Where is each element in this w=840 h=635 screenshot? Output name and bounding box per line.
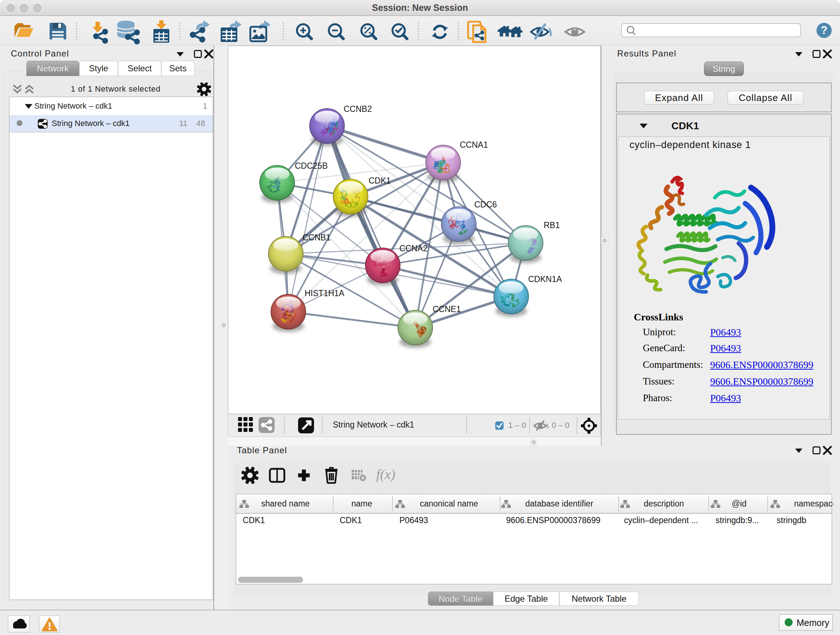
svg-text:CDKN1A: CDKN1A [528,274,562,284]
svg-text:CDC6: CDC6 [474,200,497,209]
svg-text:CCNA2: CCNA2 [399,244,428,253]
svg-text:CCNA1: CCNA1 [460,140,488,149]
svg-text:HIST1H1A: HIST1H1A [305,288,345,298]
svg-text:CDC25B: CDC25B [295,161,328,171]
svg-text:CCNB2: CCNB2 [344,104,372,114]
svg-text:CCNB1: CCNB1 [302,233,331,242]
svg-text:RB1: RB1 [544,220,560,230]
svg-text:CDK1: CDK1 [369,176,391,185]
svg-text:CCNE1: CCNE1 [433,304,461,314]
